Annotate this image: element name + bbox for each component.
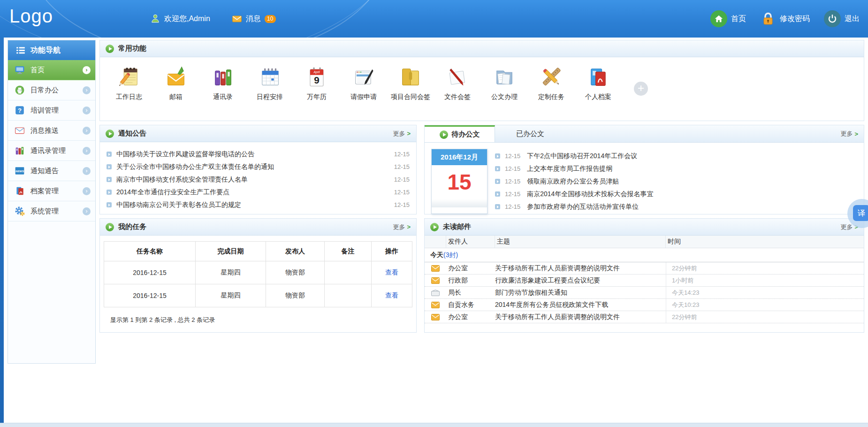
question-icon: ? (15, 105, 25, 115)
svg-text:?: ? (18, 107, 22, 114)
svg-text:April: April (313, 70, 320, 74)
home-link[interactable]: 首页 (710, 10, 746, 27)
svg-text:9: 9 (314, 75, 319, 85)
document-item[interactable]: 12-15参加市政府举办的互动活动并宣传单位 (495, 200, 859, 213)
notice-item[interactable]: 中国移动南京公司关于表彰各位员工的规定12-15 (107, 198, 410, 211)
more-arrow-icon: > (407, 130, 411, 137)
quick-functions-panel: 常用功能 工作日志 邮箱 通讯录 (99, 40, 864, 121)
arrow-bullet-icon (107, 202, 112, 207)
logout-link[interactable]: 退出 (824, 10, 860, 27)
quick-item-personal-file[interactable]: 个人档案 (575, 65, 622, 121)
email-row[interactable]: 行政部 行政廉洁形象建设工程要点会议纪要 1小时前 (425, 274, 864, 287)
file-pen-icon (445, 65, 470, 89)
sidebar-item-message-push[interactable]: 消息推送 › (8, 121, 95, 141)
sidebar-title: 功能导航 (8, 40, 95, 60)
quick-item-mailbox[interactable]: 邮箱 (152, 65, 199, 121)
quick-item-custom-task[interactable]: 定制任务 (528, 65, 575, 121)
folder-docs-icon (492, 65, 517, 89)
quick-item-contract-sign[interactable]: 项目合同会签 (387, 65, 434, 121)
arrow-bullet-icon (495, 179, 500, 184)
pdf-file-icon (586, 65, 610, 89)
logout-label[interactable]: 退出 (845, 14, 860, 24)
quick-item-schedule[interactable]: 日程安排 (246, 65, 293, 121)
lock-icon (760, 11, 776, 27)
email-row[interactable]: 自贡水务 2014年度所有公务员征税政策文件下载 今天10:23 (425, 299, 864, 311)
view-task-link[interactable]: 查看 (385, 268, 398, 276)
arrow-bullet-icon (107, 190, 112, 195)
quick-item-leave-request[interactable]: 请假申请 (340, 65, 387, 121)
more-arrow-icon: > (854, 130, 858, 137)
notices-panel: 通知公告 更多> 中国移动关于设立作风建设监督举报电话的公告12-15 关于公示… (99, 125, 417, 214)
document-item[interactable]: 12-15领取南京政府办公室公务员津贴 (495, 175, 859, 188)
translate-button[interactable]: 译 (853, 205, 868, 221)
document-item[interactable]: 12-15下午2点中国移动召开2014年工作会议 (495, 150, 859, 162)
tasks-header-row: 任务名称 完成日期 发布人 备注 操作 (104, 242, 412, 261)
view-task-link[interactable]: 查看 (385, 291, 398, 299)
task-row: 2016-12-15 星期四 物资部 查看 (104, 284, 412, 307)
sidebar: 功能导航 首页 › 日常办公 › ? 培训管理 › 消息推送 › (8, 40, 96, 364)
tab-pending-documents[interactable]: 待办公文 (425, 125, 495, 142)
notice-item[interactable]: 南京市中国移动支付系统安全管理责任人名单12-15 (107, 173, 410, 186)
mailbox-icon (164, 65, 188, 89)
play-icon (440, 130, 448, 139)
logo: Logo (9, 6, 53, 27)
home-label[interactable]: 首页 (731, 14, 746, 24)
sidebar-item-home[interactable]: 首页 › (8, 60, 95, 80)
add-function-button[interactable]: + (634, 82, 648, 96)
svg-text:NEWS: NEWS (15, 170, 24, 173)
news-icon: NEWS (15, 166, 25, 176)
change-password-label[interactable]: 修改密码 (780, 14, 810, 24)
more-arrow-icon: > (407, 223, 411, 230)
documents-more-link[interactable]: 更多> (840, 125, 858, 142)
books-icon (15, 145, 25, 156)
notice-item[interactable]: 中国移动关于设立作风建设监督举报电话的公告12-15 (107, 148, 410, 160)
gear-icon (15, 206, 25, 216)
notices-more-link[interactable]: 更多> (393, 130, 411, 138)
chevron-right-icon: › (83, 207, 91, 215)
tasks-more-link[interactable]: 更多> (393, 223, 411, 231)
play-icon (106, 45, 114, 53)
quick-item-file-sign[interactable]: 文件会签 (434, 65, 481, 121)
arrow-bullet-icon (495, 191, 500, 197)
welcome-user: 欢迎您,Admin (150, 14, 210, 24)
worklog-icon (117, 65, 141, 89)
tab-completed-documents[interactable]: 已办公文 (495, 125, 565, 142)
messages-link[interactable]: 消息 10 (232, 14, 276, 24)
quick-item-calendar[interactable]: April9 万年历 (293, 65, 340, 121)
document-item[interactable]: 12-15上交本年度市局工作报告提纲 (495, 162, 859, 175)
sidebar-item-daily-office[interactable]: 日常办公 › (8, 80, 95, 100)
closed-envelope-icon (431, 314, 440, 320)
top-header: Logo 欢迎您,Admin 消息 10 首页 (0, 0, 868, 38)
mail-icon (232, 14, 242, 24)
document-item[interactable]: 12-15南京2014年全国移动技术投标大会报名事宜 (495, 188, 859, 200)
sidebar-item-training[interactable]: ? 培训管理 › (8, 100, 95, 121)
email-row[interactable]: 办公室 关于移动所有工作人员薪资调整的说明文件 22分钟前 (425, 311, 864, 323)
day-calendar-icon: April9 (305, 65, 329, 89)
sidebar-item-contacts[interactable]: 通讯录管理 › (8, 141, 95, 161)
archive-book-icon (15, 186, 25, 196)
calendar-month: 2016年12月 (432, 149, 487, 165)
calendar-day: 15 (432, 165, 487, 199)
sidebar-item-archives[interactable]: 档案管理 › (8, 181, 95, 201)
quick-item-worklog[interactable]: 工作日志 (106, 65, 152, 121)
notice-item[interactable]: 关于公示全市中国移动办公生产双主体责任名单的通知12-15 (107, 160, 410, 173)
arrow-bullet-icon (495, 166, 500, 171)
notice-item[interactable]: 2014年全市通信行业安全生产工作要点12-15 (107, 186, 410, 198)
left-edge-strip (0, 38, 4, 427)
tasks-title: 我的任务 (118, 222, 146, 231)
email-row[interactable]: 局长 部门劳动节放假相关通知 今天14:23 (425, 287, 864, 299)
sidebar-item-notices[interactable]: NEWS 通知通告 › (8, 161, 95, 181)
email-row[interactable]: 办公室 关于移动所有工作人员薪资调整的说明文件 22分钟前 (425, 262, 864, 274)
messages-label[interactable]: 消息 (246, 14, 261, 24)
closed-envelope-icon (431, 265, 440, 272)
chevron-right-icon: › (83, 107, 91, 114)
arrow-bullet-icon (107, 152, 112, 157)
emails-panel: 未读邮件 更多> 发件人 主题 时间 今天(3封) 办公室 (424, 218, 864, 333)
sidebar-item-system[interactable]: 系统管理 › (8, 201, 95, 221)
emails-title: 未读邮件 (443, 222, 471, 231)
quick-item-contacts[interactable]: 通讯录 (199, 65, 246, 121)
change-password-link[interactable]: 修改密码 (760, 11, 810, 27)
quick-item-document-handling[interactable]: 公文办理 (481, 65, 528, 121)
power-icon (824, 10, 841, 27)
folder-icon (398, 65, 423, 89)
